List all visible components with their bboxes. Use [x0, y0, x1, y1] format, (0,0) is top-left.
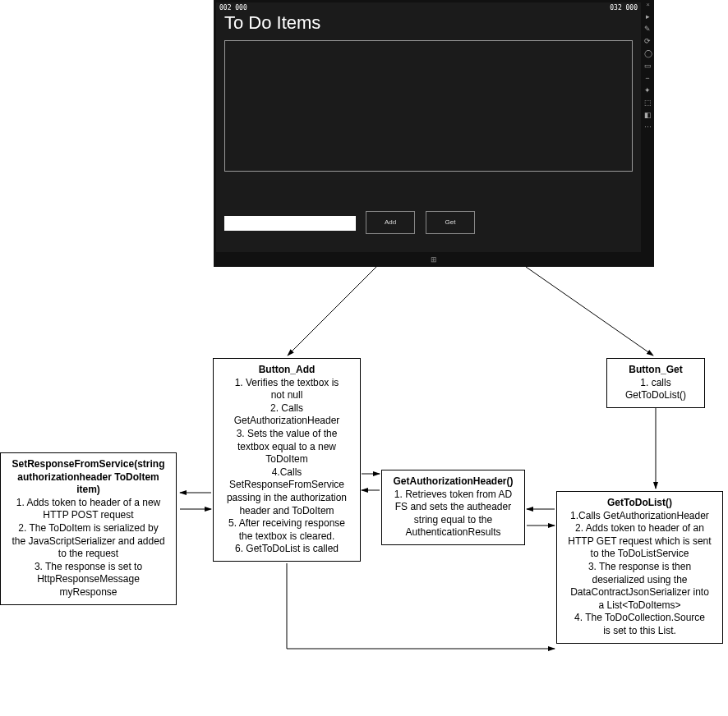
box-line: textbox equal to a new — [219, 441, 355, 454]
box-line: 1. calls — [612, 377, 699, 390]
box-title: authorizationheader ToDoItem — [6, 471, 171, 484]
box-title: Button_Add — [219, 364, 355, 377]
box-line: 1. Adds token to header of a new — [6, 497, 171, 510]
box-title: GetAuthorizationHeader() — [387, 475, 519, 489]
box-line: 2. Adds token to header of an — [562, 522, 717, 535]
box-line: myResponse — [6, 586, 171, 599]
box-title: GetToDoList() — [562, 497, 717, 510]
tool-icon[interactable]: ⟳ — [644, 38, 652, 45]
corner-coords-right: 032 000 — [610, 4, 638, 11]
tool-icon[interactable]: ✦ — [644, 87, 652, 94]
box-line: 3. The response is then — [562, 561, 717, 574]
box-line: not null — [219, 389, 355, 402]
box-line: 4.Calls — [219, 466, 355, 480]
box-line: passing in the authorization — [219, 492, 355, 505]
get-button[interactable]: Get — [426, 211, 475, 234]
box-line: string equal to the — [387, 514, 519, 527]
right-toolbar: ▸ ✎ ⟳ ◯ ▭ − ✦ ⬚ ◧ ⋯ — [642, 13, 653, 131]
todo-input[interactable] — [224, 216, 356, 231]
box-line: 6. GetToDoList is called — [219, 543, 355, 556]
box-line: SetResponseFromService — [219, 479, 355, 492]
box-line: 5. After receiving response — [219, 517, 355, 530]
box-line: 1. Verifies the textbox is — [219, 377, 355, 390]
box-line: to the ToDoListService — [562, 548, 717, 561]
box-line: DataContractJsonSerializer into — [562, 586, 717, 599]
box-line: header and ToDoItem — [219, 505, 355, 518]
box-line: 2. Calls — [219, 402, 355, 415]
box-button-get: Button_Get 1. calls GetToDoList() — [606, 358, 705, 408]
tool-icon[interactable]: ▭ — [644, 62, 652, 70]
box-line: 1. Retrieves token from AD — [387, 489, 519, 502]
box-line: 3. Sets the value of the — [219, 428, 355, 441]
corner-coords-left: 002 000 — [219, 4, 247, 11]
box-line: to the request — [6, 548, 171, 561]
box-line: GetToDoList() — [612, 389, 699, 402]
box-line: FS and sets the autheader — [387, 501, 519, 514]
tool-icon[interactable]: ⬚ — [644, 99, 652, 107]
box-button-add: Button_Add 1. Verifies the textbox is no… — [213, 358, 361, 562]
box-line: the JavaScriptSerializer and added — [6, 535, 171, 548]
box-title: SetResponseFromService(string — [6, 458, 171, 471]
tool-icon[interactable]: − — [644, 75, 652, 82]
box-line: a List<ToDoItems> — [562, 599, 717, 613]
box-get-auth: GetAuthorizationHeader() 1. Retrieves to… — [381, 470, 525, 545]
windows-icon: ⊞ — [431, 255, 437, 264]
app-surface: 002 000 032 000 To Do Items Add Get — [216, 2, 641, 252]
box-line: 3. The response is set to — [6, 561, 171, 574]
box-line: 4. The ToDoCollection.Source — [562, 612, 717, 625]
box-line: 2. The ToDoItem is serialized by — [6, 522, 171, 535]
box-line: HttpResponseMessage — [6, 573, 171, 586]
tool-icon[interactable]: ◯ — [644, 50, 652, 57]
tool-icon[interactable]: ✎ — [644, 25, 652, 33]
todo-list-panel — [224, 40, 633, 172]
pointer-icon[interactable]: ▸ — [644, 13, 652, 21]
svg-line-0 — [288, 267, 376, 356]
box-set-response: SetResponseFromService(string authorizat… — [0, 452, 177, 605]
tool-icon[interactable]: ◧ — [644, 112, 652, 119]
app-window: — × ▸ ✎ ⟳ ◯ ▭ − ✦ ⬚ ◧ ⋯ 002 000 032 000 … — [214, 0, 654, 267]
tool-icon[interactable]: ⋯ — [644, 124, 652, 131]
box-line: deserialized using the — [562, 574, 717, 587]
add-button[interactable]: Add — [366, 211, 415, 234]
box-line: ToDoItem — [219, 453, 355, 466]
box-line: is set to this List. — [562, 625, 717, 638]
box-title: Button_Get — [612, 364, 699, 377]
box-get-todo-list: GetToDoList() 1.Calls GetAuthorizationHe… — [556, 491, 723, 644]
box-line: 1.Calls GetAuthorizationHeader — [562, 510, 717, 523]
box-line: AuthenticationResults — [387, 526, 519, 539]
svg-line-1 — [526, 267, 653, 356]
box-line: the textbox is cleared. — [219, 530, 355, 544]
box-line: HTTP POST request — [6, 509, 171, 522]
box-line: GetAuthorizationHeader — [219, 415, 355, 428]
box-line: HTTP GET request which is sent — [562, 535, 717, 548]
page-title: To Do Items — [224, 12, 320, 34]
box-title: item) — [6, 484, 171, 497]
diagram-canvas: — × ▸ ✎ ⟳ ◯ ▭ − ✦ ⬚ ◧ ⋯ 002 000 032 000 … — [0, 0, 728, 716]
